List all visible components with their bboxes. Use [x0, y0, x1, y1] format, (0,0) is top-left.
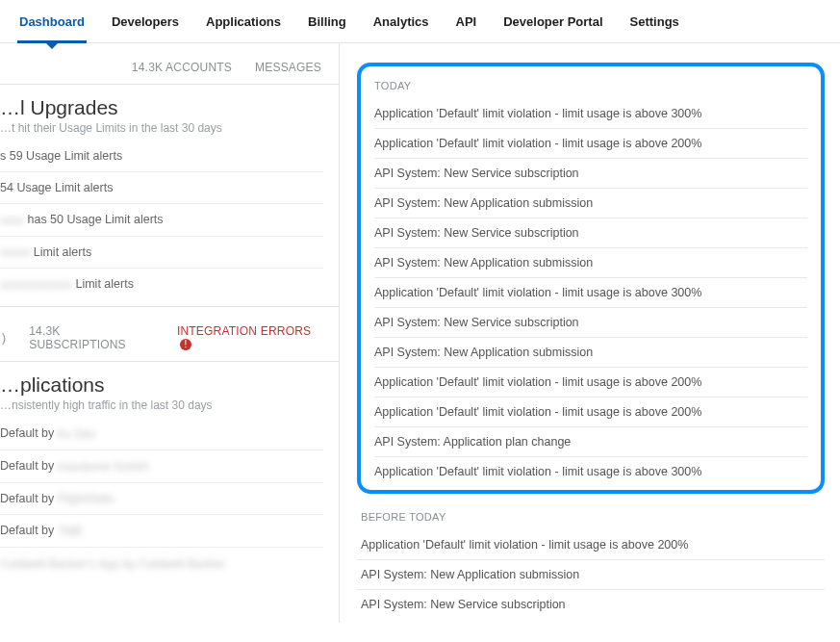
upgrades-section: …l Upgrades …t hit their Usage Limits in…	[0, 85, 339, 307]
message-row[interactable]: API System: New Application submission	[374, 189, 807, 218]
message-row[interactable]: API System: New Application submission	[374, 248, 807, 278]
message-row[interactable]: Application 'Default' limit violation - …	[374, 398, 807, 427]
tab-subscriptions[interactable]: 14.3K SUBSCRIPTIONS	[29, 324, 154, 351]
list-item[interactable]: xxxxxxxxxxxx Limit alerts	[0, 268, 323, 300]
nav-applications[interactable]: Applications	[204, 9, 283, 42]
messages-before-box: BEFORE TODAY Application 'Default' limit…	[357, 507, 825, 623]
tab-integration-errors[interactable]: INTEGRATION ERRORS !	[177, 324, 321, 351]
upgrades-subtitle: …t hit their Usage Limits in the last 30…	[0, 121, 323, 135]
right-column: TODAY Application 'Default' limit violat…	[340, 43, 840, 623]
message-row[interactable]: API System: New Application submission	[357, 560, 825, 590]
list-item[interactable]: Default by Kx Dec	[0, 418, 323, 449]
list-item-text: Default by	[0, 426, 58, 440]
message-row[interactable]: Application 'Default' limit violation - …	[374, 129, 807, 159]
upgrades-tabs: 14.3K ACCOUNTS MESSAGES	[0, 43, 339, 85]
list-item[interactable]: Coldwell Banker's App by Coldwell Banker	[0, 547, 323, 579]
list-item-text: Default by	[0, 459, 58, 473]
messages-before-header: BEFORE TODAY	[357, 507, 825, 530]
list-item-text: Default by	[0, 524, 58, 537]
list-item-text: Default by	[0, 492, 58, 505]
applications-tabs: ) 14.3K SUBSCRIPTIONS INTEGRATION ERRORS…	[0, 307, 339, 362]
tab-integration-errors-label: INTEGRATION ERRORS	[177, 324, 311, 338]
list-item-text: s 59 Usage Limit alerts	[0, 149, 122, 163]
message-row[interactable]: Application 'Default' limit violation - …	[374, 368, 807, 398]
nav-dashboard[interactable]: Dashboard	[17, 9, 87, 42]
message-row[interactable]: API System: New Service subscription	[357, 590, 825, 623]
list-item-text: Limit alerts	[30, 245, 91, 259]
redacted-text: maxdome GmbH	[58, 460, 148, 474]
message-row[interactable]: Application 'Default' limit violation - …	[374, 278, 807, 308]
error-badge-icon: !	[180, 339, 191, 350]
applications-subtitle: …nsistently high traffic in the last 30 …	[0, 398, 323, 412]
nav-analytics[interactable]: Analytics	[371, 9, 431, 42]
list-item-text: Limit alerts	[72, 277, 134, 291]
redacted-text: TME	[58, 525, 83, 538]
message-row[interactable]: API System: Application plan change	[374, 427, 807, 457]
redacted-text: xxxxx	[0, 245, 30, 259]
applications-title: …plications	[0, 373, 323, 397]
applications-section: …plications …nsistently high traffic in …	[0, 362, 339, 585]
list-item[interactable]: xxxxx Limit alerts	[0, 236, 323, 269]
redacted-text: Coldwell Banker's App by Coldwell Banker	[0, 557, 225, 571]
top-nav: Dashboard Developers Applications Billin…	[0, 0, 840, 43]
message-row[interactable]: Application 'Default' limit violation - …	[357, 530, 825, 560]
message-row[interactable]: API System: New Service subscription	[374, 308, 807, 338]
nav-api[interactable]: API	[454, 9, 479, 42]
nav-settings[interactable]: Settings	[628, 9, 681, 42]
nav-developers[interactable]: Developers	[110, 9, 181, 42]
tab-messages[interactable]: MESSAGES	[255, 61, 321, 74]
redacted-text: Kx Dec	[58, 427, 96, 441]
message-row[interactable]: Application 'Default' limit violation - …	[374, 99, 807, 129]
nav-developer-portal[interactable]: Developer Portal	[501, 9, 604, 42]
list-item[interactable]: s 59 Usage Limit alerts	[0, 141, 323, 171]
list-item[interactable]: Default by TME	[0, 514, 323, 547]
list-item[interactable]: 54 Usage Limit alerts	[0, 171, 323, 203]
upgrades-title: …l Upgrades	[0, 96, 323, 119]
messages-today-box: TODAY Application 'Default' limit violat…	[357, 63, 825, 494]
list-item-text: has 50 Usage Limit alerts	[24, 213, 164, 226]
redacted-text: xxxx	[0, 214, 24, 227]
messages-today-header: TODAY	[374, 76, 807, 99]
list-item[interactable]: xxxx has 50 Usage Limit alerts	[0, 203, 323, 236]
nav-billing[interactable]: Billing	[306, 9, 348, 42]
redacted-text: FlightStats	[58, 492, 115, 505]
message-row[interactable]: API System: New Application submission	[374, 338, 807, 368]
tab-accounts[interactable]: 14.3K ACCOUNTS	[132, 61, 232, 74]
tab-left-extra[interactable]: )	[2, 331, 6, 345]
left-column: 14.3K ACCOUNTS MESSAGES …l Upgrades …t h…	[0, 43, 340, 623]
redacted-text: xxxxxxxxxxxx	[0, 278, 72, 292]
message-row[interactable]: Application 'Default' limit violation - …	[374, 457, 807, 490]
list-item[interactable]: Default by FlightStats	[0, 482, 323, 515]
message-row[interactable]: API System: New Service subscription	[374, 218, 807, 248]
list-item[interactable]: Default by maxdome GmbH	[0, 449, 323, 482]
list-item-text: 54 Usage Limit alerts	[0, 181, 113, 194]
message-row[interactable]: API System: New Service subscription	[374, 159, 807, 189]
